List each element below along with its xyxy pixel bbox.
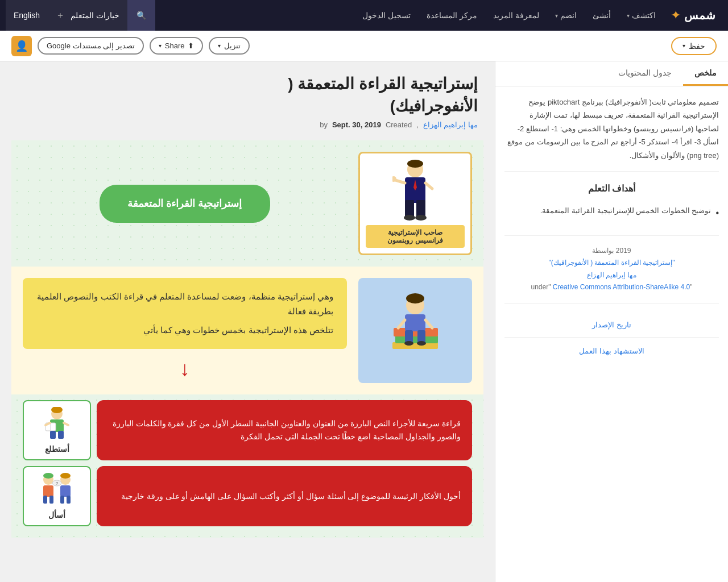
content-area: إستراتيجية القراءة المتعمقة ( الأنفوجراف… (0, 61, 495, 582)
reading-character-image (358, 278, 472, 383)
cite-work-link[interactable]: الاستشهاد بهذا العمل (504, 338, 719, 364)
google-export-button[interactable]: تصدير إلى مستندات Google (38, 37, 144, 55)
svg-point-10 (415, 215, 427, 221)
learner-options-button[interactable]: خيارات المتعلم ＋ (48, 0, 127, 31)
attribution-title-link[interactable]: "إستراتيجية القراءة المتعمقة ( الأنفوجرا… (549, 259, 675, 267)
nav-create[interactable]: أنشئ (585, 0, 619, 31)
red-arrow-icon: ↓ (180, 357, 190, 381)
sidebar-attribution: 2019 بواسطة "إستراتيجية القراءة المتعمقة… (504, 245, 719, 304)
svg-text:?: ? (56, 481, 59, 486)
nav-help[interactable]: مركز المساعدة (419, 0, 485, 31)
attribution-author-link[interactable]: مها إبراهيم الهزاع (587, 271, 636, 279)
svg-point-9 (404, 215, 415, 221)
tab-summary[interactable]: ملخص (683, 61, 728, 86)
infographic-title-section: صاحب الإستراتيجية فرانسيس روبنسون إسترات… (11, 140, 483, 267)
save-button[interactable]: حفظ ▾ (671, 37, 717, 55)
teacher-character-icon (392, 159, 438, 222)
bullet-icon: • (715, 205, 719, 222)
svg-rect-40 (60, 496, 64, 504)
infographic-description-section: وهي إستراتيجية منظمة، وضعت لمساعدة المتع… (11, 267, 483, 394)
meta-by-label: by (320, 120, 328, 129)
svg-point-19 (404, 341, 413, 346)
nav-left-group: 🔍 خيارات المتعلم ＋ English (6, 0, 155, 31)
sidebar-content: تصميم معلوماتي ثابت( الأنفوجرافيك) ببرنا… (495, 86, 728, 374)
step-1-row: قراءة سريعة للأجزاء النص البارزة من العن… (23, 400, 472, 460)
svg-rect-39 (60, 485, 71, 497)
search-button[interactable]: 🔍 (127, 0, 155, 31)
sidebar-tabs: ملخص جدول المحتويات (495, 61, 728, 86)
attribution-by: بواسطة (592, 247, 614, 255)
svg-point-20 (417, 341, 426, 346)
step-1-card: أستطلع (23, 400, 91, 460)
content-meta: مها إبراهيم الهزاع , Created Sept. 30, 2… (17, 120, 478, 129)
nav-right-group: شمس ✦ اكتشف ▾ أنشئ انضم ▾ لمعرفة المزيد … (354, 0, 722, 31)
svg-rect-31 (58, 431, 64, 439)
tab-toc[interactable]: جدول المحتويات (607, 61, 683, 86)
desc-text-p2: تتلخص هذه الإستراتيجية بخمس خطوات وهي كم… (36, 323, 333, 338)
desc-text-p1: وهي إستراتيجية منظمة، وضعت لمساعدة المتع… (36, 289, 333, 318)
step-2-row: أحول الأفكار الرئيسة للموضوع إلى أسئلة س… (23, 466, 472, 526)
user-icon: 👤 (15, 40, 28, 52)
user-avatar-button[interactable]: 👤 (11, 36, 32, 56)
step-2-label: أسأل (48, 510, 65, 519)
chevron-down-icon: ▾ (159, 43, 162, 49)
infographic-steps-section: قراءة سريعة للأجزاء النص البارزة من العن… (11, 394, 483, 538)
logo-text: شمس (684, 9, 715, 22)
share-button[interactable]: ⬆ Share ▾ (150, 37, 204, 55)
meta-created-label: Created (386, 120, 412, 129)
nav-more[interactable]: لمعرفة المزيد (485, 0, 547, 31)
attribution-year: 2019 (616, 247, 631, 255)
download-button[interactable]: تنزيل ▾ (209, 37, 250, 55)
infographic-area: صاحب الإستراتيجية فرانسيس روبنسون إسترات… (0, 135, 495, 549)
page-title: إستراتيجية القراءة المتعمقة ( الأنفوجراف… (17, 73, 478, 117)
main-layout: ملخص جدول المحتويات تصميم معلوماتي ثابت(… (0, 61, 728, 582)
step-2-icon-area: ? (37, 473, 77, 507)
svg-rect-16 (405, 314, 425, 331)
svg-line-29 (64, 423, 68, 425)
toolbar-center: حفظ ▾ (671, 37, 717, 55)
release-history-link[interactable]: تاريخ الإصدار (504, 313, 719, 338)
svg-line-21 (398, 320, 405, 328)
svg-rect-35 (43, 496, 47, 504)
svg-line-5 (425, 183, 432, 189)
language-english-button[interactable]: English (6, 0, 48, 31)
svg-point-38 (60, 473, 71, 479)
plus-icon: ＋ (56, 10, 65, 22)
sidebar-description: تصميم معلوماتي ثابت( الأنفوجرافيك) ببرنا… (504, 95, 719, 172)
chevron-down-icon: ▾ (682, 43, 685, 49)
logo[interactable]: شمس ✦ (664, 8, 722, 23)
title-character-card: صاحب الإستراتيجية فرانسيس روبنسون (358, 152, 472, 255)
description-text: تصميم معلوماتي ثابت( الأنفوجرافيك) ببرنا… (504, 95, 719, 162)
student-reading-icon (39, 407, 76, 441)
goal-text: توضيح الخطوات الخمس للإستراتيجية القرائي… (540, 204, 712, 217)
nav-explore[interactable]: اكتشف ▾ (619, 0, 664, 31)
logo-icon: ✦ (671, 8, 681, 23)
svg-rect-8 (416, 200, 425, 217)
students-talking-icon: ? (37, 473, 77, 507)
reading-character-icon (370, 288, 461, 373)
step-1-text: قراءة سريعة للأجزاء النص البارزة من العن… (97, 400, 472, 460)
svg-point-33 (43, 473, 53, 479)
nav-join[interactable]: انضم ▾ (547, 0, 585, 31)
chevron-down-icon: ▾ (218, 43, 221, 49)
svg-rect-30 (50, 431, 56, 439)
svg-rect-41 (67, 496, 71, 504)
chevron-down-icon: ▾ (555, 13, 558, 19)
sidebar: ملخص جدول المحتويات تصميم معلوماتي ثابت(… (495, 61, 728, 582)
meta-separator: , (416, 120, 419, 129)
nav-signin[interactable]: تسجيل الدخول (354, 0, 419, 31)
svg-line-22 (425, 320, 432, 328)
step-2-text: أحول الأفكار الرئيسة للموضوع إلى أسئلة س… (97, 466, 472, 526)
content-header: إستراتيجية القراءة المتعمقة ( الأنفوجراف… (0, 61, 495, 135)
search-icon: 🔍 (136, 11, 146, 20)
top-navigation: شمس ✦ اكتشف ▾ أنشئ انضم ▾ لمعرفة المزيد … (0, 0, 728, 31)
svg-rect-17 (405, 330, 413, 343)
cc-license-link[interactable]: Creative Commons Attribution-ShareAlike … (553, 283, 690, 291)
title-speech-bubble: إستراتيجية القراءة المتعمقة (100, 185, 270, 223)
title-card-label: صاحب الإستراتيجية فرانسيس روبنسون (366, 225, 465, 248)
author-link[interactable]: مها إبراهيم الهزاع (423, 120, 478, 129)
svg-rect-18 (417, 330, 425, 343)
toolbar-right: تنزيل ▾ ⬆ Share ▾ تصدير إلى مستندات Goog… (11, 36, 250, 56)
secondary-toolbar: حفظ ▾ تنزيل ▾ ⬆ Share ▾ تصدير إلى مستندا… (0, 31, 728, 61)
description-text-box: وهي إستراتيجية منظمة، وضعت لمساعدة المتع… (23, 278, 347, 349)
